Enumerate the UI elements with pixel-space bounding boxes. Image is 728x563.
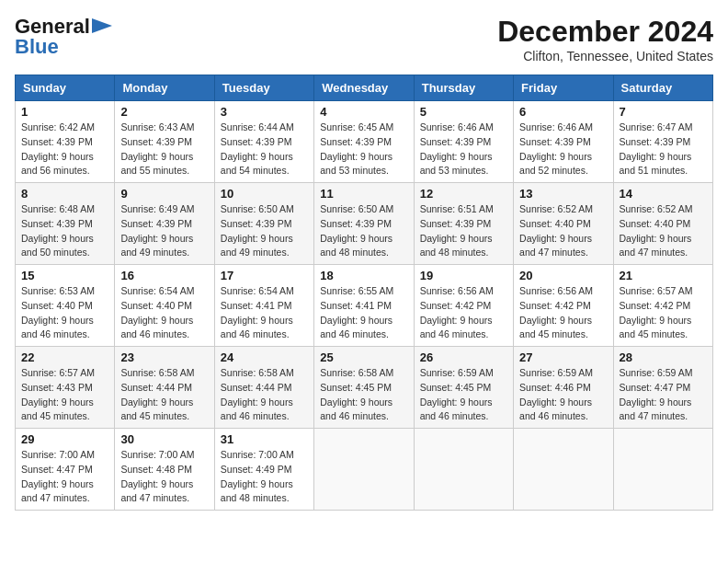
header-thursday: Thursday bbox=[414, 75, 513, 101]
day-info: Sunrise: 6:55 AMSunset: 4:41 PMDaylight:… bbox=[320, 284, 407, 342]
table-row: 9Sunrise: 6:49 AMSunset: 4:39 PMDaylight… bbox=[115, 183, 214, 265]
day-info: Sunrise: 6:52 AMSunset: 4:40 PMDaylight:… bbox=[519, 202, 607, 260]
day-info: Sunrise: 6:50 AMSunset: 4:39 PMDaylight:… bbox=[320, 202, 407, 260]
table-row: 8Sunrise: 6:48 AMSunset: 4:39 PMDaylight… bbox=[16, 183, 115, 265]
table-row: 16Sunrise: 6:54 AMSunset: 4:40 PMDayligh… bbox=[115, 265, 214, 347]
day-info: Sunrise: 6:59 AMSunset: 4:45 PMDaylight:… bbox=[420, 366, 507, 424]
table-row: 15Sunrise: 6:53 AMSunset: 4:40 PMDayligh… bbox=[16, 265, 115, 347]
day-info: Sunrise: 6:57 AMSunset: 4:43 PMDaylight:… bbox=[21, 366, 108, 424]
day-info: Sunrise: 7:00 AMSunset: 4:49 PMDaylight:… bbox=[221, 448, 308, 506]
day-number: 4 bbox=[320, 105, 407, 119]
day-number: 9 bbox=[120, 187, 208, 201]
day-info: Sunrise: 6:58 AMSunset: 4:45 PMDaylight:… bbox=[320, 366, 407, 424]
table-row: 17Sunrise: 6:54 AMSunset: 4:41 PMDayligh… bbox=[214, 265, 313, 347]
table-row: 24Sunrise: 6:58 AMSunset: 4:44 PMDayligh… bbox=[214, 347, 313, 429]
day-info: Sunrise: 6:54 AMSunset: 4:40 PMDaylight:… bbox=[120, 284, 208, 342]
day-number: 25 bbox=[320, 350, 407, 364]
table-row: 10Sunrise: 6:50 AMSunset: 4:39 PMDayligh… bbox=[214, 183, 313, 265]
day-info: Sunrise: 6:53 AMSunset: 4:40 PMDaylight:… bbox=[21, 284, 108, 342]
header-sunday: Sunday bbox=[16, 75, 115, 101]
day-info: Sunrise: 6:56 AMSunset: 4:42 PMDaylight:… bbox=[420, 284, 507, 342]
table-row: 14Sunrise: 6:52 AMSunset: 4:40 PMDayligh… bbox=[613, 183, 712, 265]
day-number: 14 bbox=[620, 187, 707, 201]
day-info: Sunrise: 6:54 AMSunset: 4:41 PMDaylight:… bbox=[221, 284, 308, 342]
day-info: Sunrise: 6:46 AMSunset: 4:39 PMDaylight:… bbox=[519, 121, 607, 178]
day-info: Sunrise: 7:00 AMSunset: 4:47 PMDaylight:… bbox=[21, 448, 108, 506]
table-row: 23Sunrise: 6:58 AMSunset: 4:44 PMDayligh… bbox=[115, 347, 214, 429]
day-number: 1 bbox=[21, 105, 108, 119]
table-row: 3Sunrise: 6:44 AMSunset: 4:39 PMDaylight… bbox=[214, 101, 313, 183]
table-row: 1Sunrise: 6:42 AMSunset: 4:39 PMDaylight… bbox=[16, 101, 115, 183]
table-row bbox=[314, 429, 414, 511]
day-number: 24 bbox=[221, 350, 308, 364]
day-number: 6 bbox=[519, 105, 607, 119]
day-number: 19 bbox=[420, 269, 507, 282]
day-info: Sunrise: 6:48 AMSunset: 4:39 PMDaylight:… bbox=[21, 202, 108, 260]
calendar-header-row: Sunday Monday Tuesday Wednesday Thursday… bbox=[16, 75, 713, 101]
header: General Blue December 2024 Clifton, Tenn… bbox=[15, 15, 713, 63]
table-row bbox=[613, 429, 712, 511]
day-number: 30 bbox=[120, 432, 208, 446]
header-tuesday: Tuesday bbox=[214, 75, 313, 101]
day-info: Sunrise: 6:50 AMSunset: 4:39 PMDaylight:… bbox=[221, 202, 308, 260]
day-number: 31 bbox=[221, 432, 308, 446]
day-info: Sunrise: 6:58 AMSunset: 4:44 PMDaylight:… bbox=[120, 366, 208, 424]
table-row: 2Sunrise: 6:43 AMSunset: 4:39 PMDaylight… bbox=[115, 101, 214, 183]
day-number: 18 bbox=[320, 269, 407, 282]
table-row: 29Sunrise: 7:00 AMSunset: 4:47 PMDayligh… bbox=[16, 429, 115, 511]
day-number: 20 bbox=[519, 269, 607, 282]
table-row: 25Sunrise: 6:58 AMSunset: 4:45 PMDayligh… bbox=[314, 347, 414, 429]
table-row: 7Sunrise: 6:47 AMSunset: 4:39 PMDaylight… bbox=[613, 101, 712, 183]
logo: General Blue bbox=[15, 15, 112, 59]
day-number: 3 bbox=[221, 105, 308, 119]
table-row: 12Sunrise: 6:51 AMSunset: 4:39 PMDayligh… bbox=[414, 183, 513, 265]
calendar-week-row: 29Sunrise: 7:00 AMSunset: 4:47 PMDayligh… bbox=[16, 429, 713, 511]
day-info: Sunrise: 6:47 AMSunset: 4:39 PMDaylight:… bbox=[620, 121, 707, 178]
day-info: Sunrise: 6:43 AMSunset: 4:39 PMDaylight:… bbox=[120, 121, 208, 178]
day-info: Sunrise: 6:42 AMSunset: 4:39 PMDaylight:… bbox=[21, 121, 108, 178]
day-number: 27 bbox=[519, 350, 607, 364]
day-info: Sunrise: 6:52 AMSunset: 4:40 PMDaylight:… bbox=[620, 202, 707, 260]
table-row: 13Sunrise: 6:52 AMSunset: 4:40 PMDayligh… bbox=[514, 183, 613, 265]
table-row: 11Sunrise: 6:50 AMSunset: 4:39 PMDayligh… bbox=[314, 183, 414, 265]
header-friday: Friday bbox=[514, 75, 613, 101]
day-number: 17 bbox=[221, 269, 308, 282]
calendar-week-row: 8Sunrise: 6:48 AMSunset: 4:39 PMDaylight… bbox=[16, 183, 713, 265]
table-row: 28Sunrise: 6:59 AMSunset: 4:47 PMDayligh… bbox=[613, 347, 712, 429]
header-wednesday: Wednesday bbox=[314, 75, 414, 101]
table-row: 18Sunrise: 6:55 AMSunset: 4:41 PMDayligh… bbox=[314, 265, 414, 347]
day-number: 12 bbox=[420, 187, 507, 201]
day-number: 29 bbox=[21, 432, 108, 446]
table-row: 26Sunrise: 6:59 AMSunset: 4:45 PMDayligh… bbox=[414, 347, 513, 429]
header-saturday: Saturday bbox=[613, 75, 712, 101]
day-number: 2 bbox=[120, 105, 208, 119]
day-info: Sunrise: 7:00 AMSunset: 4:48 PMDaylight:… bbox=[120, 448, 208, 506]
day-number: 26 bbox=[420, 350, 507, 364]
day-number: 8 bbox=[21, 187, 108, 201]
day-info: Sunrise: 6:58 AMSunset: 4:44 PMDaylight:… bbox=[221, 366, 308, 424]
day-number: 7 bbox=[620, 105, 707, 119]
day-info: Sunrise: 6:44 AMSunset: 4:39 PMDaylight:… bbox=[221, 121, 308, 178]
table-row: 6Sunrise: 6:46 AMSunset: 4:39 PMDaylight… bbox=[514, 101, 613, 183]
day-number: 10 bbox=[221, 187, 308, 201]
day-info: Sunrise: 6:59 AMSunset: 4:46 PMDaylight:… bbox=[519, 366, 607, 424]
day-info: Sunrise: 6:46 AMSunset: 4:39 PMDaylight:… bbox=[420, 121, 507, 178]
table-row bbox=[514, 429, 613, 511]
day-number: 13 bbox=[519, 187, 607, 201]
table-row: 20Sunrise: 6:56 AMSunset: 4:42 PMDayligh… bbox=[514, 265, 613, 347]
table-row bbox=[414, 429, 513, 511]
month-title: December 2024 bbox=[497, 15, 713, 49]
table-row: 19Sunrise: 6:56 AMSunset: 4:42 PMDayligh… bbox=[414, 265, 513, 347]
svg-marker-0 bbox=[92, 18, 112, 33]
day-number: 21 bbox=[620, 269, 707, 282]
table-row: 4Sunrise: 6:45 AMSunset: 4:39 PMDaylight… bbox=[314, 101, 414, 183]
calendar-week-row: 15Sunrise: 6:53 AMSunset: 4:40 PMDayligh… bbox=[16, 265, 713, 347]
day-number: 11 bbox=[320, 187, 407, 201]
table-row: 27Sunrise: 6:59 AMSunset: 4:46 PMDayligh… bbox=[514, 347, 613, 429]
calendar-table: Sunday Monday Tuesday Wednesday Thursday… bbox=[15, 75, 713, 511]
day-number: 28 bbox=[620, 350, 707, 364]
table-row: 31Sunrise: 7:00 AMSunset: 4:49 PMDayligh… bbox=[214, 429, 313, 511]
day-number: 22 bbox=[21, 350, 108, 364]
header-monday: Monday bbox=[115, 75, 214, 101]
day-info: Sunrise: 6:49 AMSunset: 4:39 PMDaylight:… bbox=[120, 202, 208, 260]
